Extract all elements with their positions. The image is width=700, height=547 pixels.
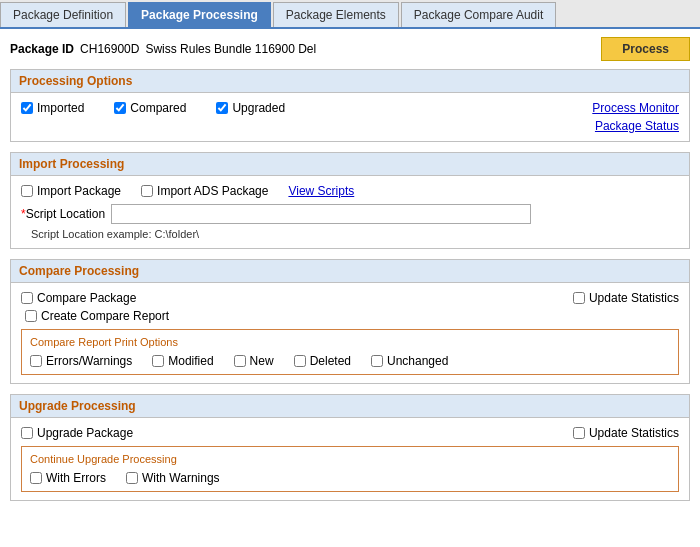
upgraded-checkbox[interactable] [216, 102, 228, 114]
update-statistics-option: Update Statistics [573, 291, 679, 305]
import-ads-label: Import ADS Package [157, 184, 268, 198]
create-compare-option: Create Compare Report [25, 309, 679, 323]
import-package-label: Import Package [37, 184, 121, 198]
compare-report-box: Compare Report Print Options Errors/Warn… [21, 329, 679, 375]
upgrade-package-checkbox[interactable] [21, 427, 33, 439]
continue-options-row: With Errors With Warnings [30, 471, 670, 485]
with-warnings-checkbox[interactable] [126, 472, 138, 484]
compare-processing-section: Compare Processing Compare Package Updat… [10, 259, 690, 384]
script-location-label: *Script Location [21, 207, 105, 221]
processing-checkboxes: Imported Compared Upgraded [21, 101, 592, 115]
update-statistics-label: Update Statistics [589, 291, 679, 305]
processing-options-row: Imported Compared Upgraded Process Monit… [21, 101, 679, 133]
tab-bar: Package Definition Package Processing Pa… [0, 0, 700, 29]
with-errors-checkbox[interactable] [30, 472, 42, 484]
imported-option: Imported [21, 101, 84, 115]
new-option: New [234, 354, 274, 368]
deleted-checkbox[interactable] [294, 355, 306, 367]
script-example: Script Location example: C:\folder\ [21, 228, 679, 240]
update-statistics-checkbox[interactable] [573, 292, 585, 304]
with-warnings-label: With Warnings [142, 471, 220, 485]
upgrade-statistics-option: Update Statistics [573, 426, 679, 440]
modified-checkbox[interactable] [152, 355, 164, 367]
compare-processing-body: Compare Package Update Statistics Create… [11, 283, 689, 383]
create-compare-row: Create Compare Report [21, 309, 679, 323]
upgrade-processing-body: Upgrade Package Update Statistics Contin… [11, 418, 689, 500]
upgrade-options-row: Upgrade Package Update Statistics [21, 426, 679, 440]
upgraded-label: Upgraded [232, 101, 285, 115]
deleted-option: Deleted [294, 354, 351, 368]
new-label: New [250, 354, 274, 368]
report-options-row: Errors/Warnings Modified New Deleted [30, 354, 670, 368]
script-location-row: *Script Location [21, 204, 679, 224]
import-processing-title: Import Processing [11, 153, 689, 176]
process-button[interactable]: Process [601, 37, 690, 61]
view-scripts-link[interactable]: View Scripts [288, 184, 354, 198]
upgrade-package-label: Upgrade Package [37, 426, 133, 440]
compared-checkbox[interactable] [114, 102, 126, 114]
upgrade-statistics-checkbox[interactable] [573, 427, 585, 439]
package-id-label: Package ID [10, 42, 74, 56]
package-id-value: CH16900D [80, 42, 139, 56]
new-checkbox[interactable] [234, 355, 246, 367]
tab-package-elements[interactable]: Package Elements [273, 2, 399, 27]
upgrade-processing-title: Upgrade Processing [11, 395, 689, 418]
with-warnings-option: With Warnings [126, 471, 220, 485]
errors-warnings-checkbox[interactable] [30, 355, 42, 367]
package-id-row: Package ID CH16900D Swiss Rules Bundle 1… [10, 37, 690, 61]
continue-upgrade-title: Continue Upgrade Processing [30, 453, 670, 465]
compare-package-checkbox[interactable] [21, 292, 33, 304]
modified-option: Modified [152, 354, 213, 368]
import-processing-body: Import Package Import ADS Package View S… [11, 176, 689, 248]
import-ads-option: Import ADS Package [141, 184, 268, 198]
imported-checkbox[interactable] [21, 102, 33, 114]
imported-label: Imported [37, 101, 84, 115]
upgrade-statistics-label: Update Statistics [589, 426, 679, 440]
unchanged-option: Unchanged [371, 354, 448, 368]
upgraded-option: Upgraded [216, 101, 285, 115]
errors-warnings-label: Errors/Warnings [46, 354, 132, 368]
create-compare-checkbox[interactable] [25, 310, 37, 322]
import-package-option: Import Package [21, 184, 121, 198]
processing-options-section: Processing Options Imported Compared Upg… [10, 69, 690, 142]
tab-package-compare-audit[interactable]: Package Compare Audit [401, 2, 556, 27]
unchanged-checkbox[interactable] [371, 355, 383, 367]
compare-package-label: Compare Package [37, 291, 136, 305]
upgrade-processing-section: Upgrade Processing Upgrade Package Updat… [10, 394, 690, 501]
package-status-link[interactable]: Package Status [595, 119, 679, 133]
import-processing-section: Import Processing Import Package Import … [10, 152, 690, 249]
package-description: Swiss Rules Bundle 116900 Del [145, 42, 595, 56]
main-content: Package ID CH16900D Swiss Rules Bundle 1… [0, 29, 700, 519]
compare-package-option: Compare Package [21, 291, 136, 305]
tab-package-definition[interactable]: Package Definition [0, 2, 126, 27]
script-location-input[interactable] [111, 204, 531, 224]
continue-upgrade-box: Continue Upgrade Processing With Errors … [21, 446, 679, 492]
unchanged-label: Unchanged [387, 354, 448, 368]
processing-options-body: Imported Compared Upgraded Process Monit… [11, 93, 689, 141]
import-ads-checkbox[interactable] [141, 185, 153, 197]
import-package-checkbox[interactable] [21, 185, 33, 197]
compared-option: Compared [114, 101, 186, 115]
deleted-label: Deleted [310, 354, 351, 368]
processing-links: Process Monitor Package Status [592, 101, 679, 133]
modified-label: Modified [168, 354, 213, 368]
with-errors-option: With Errors [30, 471, 106, 485]
compare-processing-title: Compare Processing [11, 260, 689, 283]
upgrade-package-option: Upgrade Package [21, 426, 133, 440]
errors-warnings-option: Errors/Warnings [30, 354, 132, 368]
process-monitor-link[interactable]: Process Monitor [592, 101, 679, 115]
tab-package-processing[interactable]: Package Processing [128, 2, 271, 27]
compare-options-row: Compare Package Update Statistics [21, 291, 679, 305]
with-errors-label: With Errors [46, 471, 106, 485]
compared-label: Compared [130, 101, 186, 115]
compare-report-title: Compare Report Print Options [30, 336, 670, 348]
processing-options-title: Processing Options [11, 70, 689, 93]
create-compare-label: Create Compare Report [41, 309, 169, 323]
import-options-row: Import Package Import ADS Package View S… [21, 184, 679, 198]
